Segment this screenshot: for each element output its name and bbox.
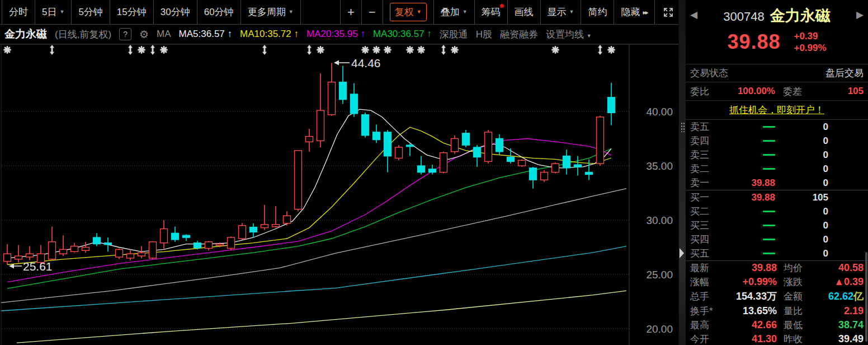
candlestick-chart[interactable]: 40.0035.0030.0025.0020.0044.4625.61 [0,44,678,345]
event-star-icon[interactable] [4,47,11,53]
level-label: 卖二 [690,162,719,175]
event-updown-icon[interactable] [307,45,312,55]
ask-row[interactable]: 卖三0 [686,148,868,162]
draw-line-button[interactable]: 画线 [508,0,541,24]
next-stock-arrow-icon[interactable]: ▶ [856,9,864,21]
simple-mode-button[interactable]: 简约 [581,0,614,24]
level-volume: 105 [775,192,828,203]
change-percent: +0.99% [794,42,826,54]
prev-stock-arrow-icon[interactable]: ◀ [690,9,697,21]
stat-最低: 最低38.74 [777,318,864,332]
price-change: +0.39 +0.99% [794,30,826,54]
event-updown-icon[interactable] [262,45,267,55]
overlay-button[interactable]: 叠加▼ [434,0,475,24]
event-star-icon[interactable] [161,47,167,53]
stat-label: 昨收 [784,333,803,345]
candle [485,130,492,164]
level-volume: 0 [775,164,828,175]
ask-row[interactable]: 卖一39.880 [686,176,868,190]
bid-row[interactable]: 买一39.88105 [686,190,868,204]
stat-涨跌: 涨跌▲0.39 [777,275,864,289]
zoom-out-button[interactable]: − [362,0,383,24]
event-updown-icon[interactable] [50,45,54,55]
event-star-icon[interactable] [452,47,458,53]
event-updown-icon[interactable] [441,45,446,55]
link-margin-trading[interactable]: 融资融券 [500,28,538,41]
candle [183,234,190,241]
stat-label: 最高 [690,319,709,332]
splitter-grip-icon [681,122,685,132]
level-price: 39.88 [719,192,775,203]
ma-indicator-title[interactable]: MA [157,29,171,40]
event-updown-icon[interactable] [598,45,602,55]
link-h-shares[interactable]: H股 [476,28,492,41]
candle [518,159,526,167]
bid-levels: 买一39.88105买二0买三0买四0买五0 [686,190,868,260]
event-star-icon[interactable] [374,47,380,53]
hide-button[interactable]: 隐藏▸▸ [614,0,654,24]
candle [239,223,246,240]
candle [228,236,235,250]
stat-label: 涨跌 [784,276,803,288]
period-tab-fenshi[interactable]: 分时 [2,0,35,24]
period-tab-15min[interactable]: 15分钟 [110,0,154,24]
caret-down-icon: ▼ [463,10,468,15]
ma5-value: MA5:36.57 ↑ [179,29,232,40]
period-tab-5day[interactable]: 5日▼ [35,0,72,24]
stat-value: 42.66 [709,319,777,331]
gear-icon[interactable]: ⚙ [139,28,149,41]
bid-row[interactable]: 买四0 [686,232,868,246]
stat-value: 154.33万 [709,290,777,303]
bid-row[interactable]: 买五0 [686,246,868,260]
level-volume: 0 [775,248,828,259]
stat-label: 最低 [784,319,803,332]
zoom-in-button[interactable]: + [341,0,362,24]
help-icon[interactable]: ? [119,28,131,40]
candle [586,159,593,180]
ask-row[interactable]: 卖四0 [686,134,868,148]
chips-button[interactable]: 筹码 [475,0,508,24]
period-tab-5min[interactable]: 5分钟 [72,0,110,24]
candle [60,235,67,256]
candle [82,242,89,253]
ask-row[interactable]: 卖二0 [686,162,868,176]
ask-row[interactable]: 卖五0 [686,120,868,134]
candle [138,246,145,258]
bid-row[interactable]: 买三0 [686,218,868,232]
bid-row[interactable]: 买二0 [686,204,868,218]
level-volume: 0 [775,136,828,147]
event-star-icon[interactable] [139,47,145,53]
candle [250,223,257,237]
fullscreen-button[interactable] [655,0,682,24]
caret-down-icon: ▼ [289,10,294,15]
stat-label: 金额 [784,290,803,303]
level-label: 卖三 [690,148,719,161]
period-tab-more[interactable]: 更多周期▼ [241,0,301,24]
period-tab-30min[interactable]: 30分钟 [154,0,197,24]
event-star-icon[interactable] [418,47,424,53]
open-account-link[interactable]: 抓住机会，即刻开户！ [729,104,824,116]
stat-value: 39.88 [709,262,777,274]
event-star-icon[interactable] [385,47,391,53]
period-tab-60min[interactable]: 60分钟 [197,0,241,24]
panel-scrollbar[interactable] [865,252,867,342]
event-updown-icon[interactable] [150,45,155,55]
event-star-icon[interactable] [318,47,324,53]
collapse-panel-arrow-icon[interactable] [680,248,684,258]
stat-value: 38.74 [803,319,864,331]
candle [194,241,201,250]
event-star-icon[interactable] [608,47,615,53]
adjust-price-button[interactable]: 复权▼ [383,0,434,24]
y-axis-label: 40.00 [646,106,673,118]
ad-banner: 抓住机会，即刻开户！ [686,101,868,120]
event-star-icon[interactable] [553,47,559,53]
display-button[interactable]: 显示▼ [541,0,582,24]
link-shenzhen-connect[interactable]: 深股通 [440,28,468,41]
event-updown-icon[interactable] [128,45,133,55]
event-star-icon[interactable] [407,47,413,53]
weicha-label: 委差 [775,85,802,98]
candle [317,73,324,147]
event-star-icon[interactable] [362,47,369,53]
ma-settings-button[interactable]: 设置均线 ▼ [546,28,592,41]
candle [127,249,134,260]
